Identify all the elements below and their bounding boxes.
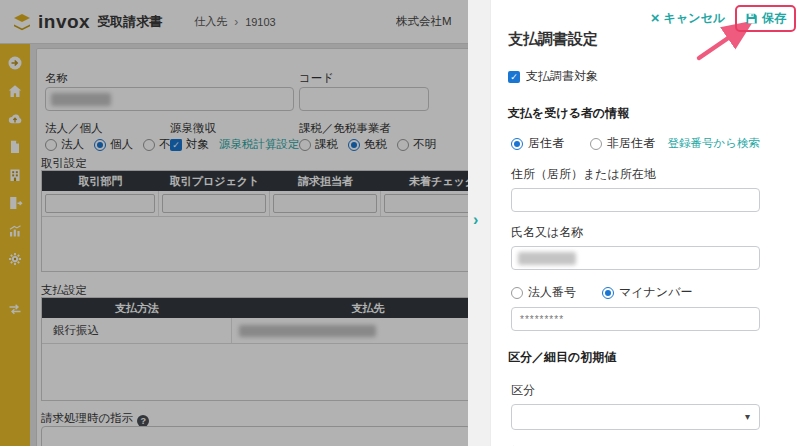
close-icon (651, 12, 660, 26)
category-select[interactable] (511, 404, 760, 430)
recipient-name-input[interactable] (511, 246, 760, 270)
cancel-label: キャンセル (664, 10, 725, 27)
panel-collapse-bar: › (468, 0, 490, 446)
radio-resident[interactable] (511, 138, 523, 150)
masked-number-value: ********* (512, 308, 759, 332)
modal-scrim (0, 0, 468, 446)
number-input[interactable]: ********* (511, 307, 760, 331)
radio-nonresident-label[interactable]: 非居住者 (607, 135, 655, 152)
panel-actions: キャンセル 保存 (651, 5, 796, 32)
save-floppy-icon (745, 12, 758, 25)
radio-corporate-number-label[interactable]: 法人番号 (528, 284, 576, 301)
cancel-button[interactable]: キャンセル (651, 10, 725, 27)
radio-nonresident[interactable] (590, 138, 602, 150)
panel-body: 支払調書設定 支払調書対象 支払を受ける者の情報 居住者 非居住者 登録番号から… (491, 30, 800, 446)
address-label: 住所（居所）または所在地 (508, 166, 760, 183)
radio-my-number-label[interactable]: マイナンバー (619, 284, 692, 301)
registration-search-link[interactable]: 登録番号から検索 (667, 136, 760, 151)
recipient-heading: 支払を受ける者の情報 (508, 105, 760, 122)
radio-my-number[interactable] (602, 287, 614, 299)
subject-checkbox[interactable] (508, 71, 520, 83)
chevron-down-icon (745, 411, 750, 422)
app-screen: invox 受取請求書 仕入先 › 19103 株式会社M (0, 0, 800, 446)
masked-recipient-name (518, 252, 576, 265)
payment-record-panel: キャンセル 保存 (490, 0, 800, 446)
save-label: 保存 (762, 10, 786, 27)
defaults-heading: 区分／細目の初期値 (508, 349, 760, 366)
subject-checkbox-row: 支払調書対象 (508, 68, 760, 85)
category-label: 区分 (508, 382, 760, 399)
main-region: invox 受取請求書 仕入先 › 19103 株式会社M (0, 0, 468, 446)
address-input[interactable] (511, 188, 760, 212)
save-button[interactable]: 保存 (745, 10, 786, 27)
radio-corporate-number[interactable] (511, 287, 523, 299)
recipient-name-label: 氏名又は名称 (508, 224, 760, 241)
save-annotation-box: 保存 (735, 5, 796, 32)
number-type-radio-group: 法人番号 マイナンバー (508, 284, 760, 301)
subject-checkbox-label[interactable]: 支払調書対象 (526, 68, 598, 85)
expand-chevron-icon[interactable]: › (473, 212, 478, 228)
radio-resident-label[interactable]: 居住者 (528, 135, 564, 152)
residency-radio-group: 居住者 非居住者 登録番号から検索 (508, 135, 760, 152)
